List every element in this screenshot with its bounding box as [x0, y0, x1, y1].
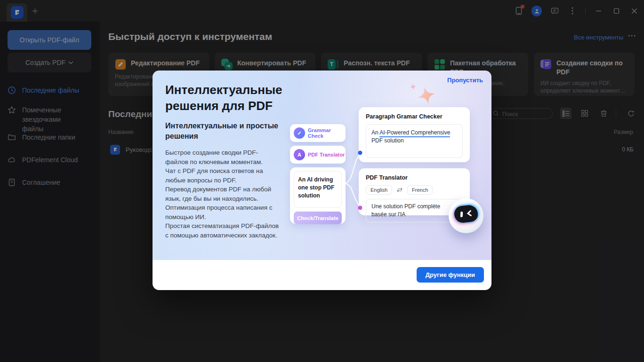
sparkle-icon — [417, 86, 436, 105]
sparkle-small-icon — [410, 83, 417, 90]
sample-text-before: An — [371, 129, 379, 136]
language-to[interactable]: French — [407, 185, 433, 195]
grammar-checker-sample: An AI-Powered Comprehensive PDF solution — [366, 124, 463, 158]
modal-bullet: Перевод документов PDF на любой язык, гд… — [165, 185, 280, 203]
pdf-translator-icon: A — [294, 149, 305, 160]
sample-text-underlined: AI-Powered Comprehensive — [379, 129, 450, 137]
modal-bullet: Быстрое создание сводки PDF-файлов по кл… — [165, 148, 280, 166]
robot-visor — [453, 204, 478, 223]
translator-title: PDF Translator — [366, 174, 463, 181]
modal-subtitle: Интеллектуальные и простые решения — [165, 121, 282, 142]
ai-robot-mascot — [449, 198, 483, 233]
pdf-translator-chip: A PDF Translator — [290, 146, 346, 164]
connector-lines — [340, 148, 365, 214]
check-translate-button[interactable]: Check/Translate — [294, 212, 342, 224]
more-functions-button[interactable]: Другие функции — [417, 267, 484, 283]
robot-eye-chevron-icon — [466, 210, 472, 217]
modal-bullet: Простая систематизация PDF-файлов с помо… — [165, 221, 280, 240]
translator-sample: Une solution PDF complète basée sur l'IA — [366, 199, 463, 222]
ai-solution-card: An AI driving one stop PDF solution Chec… — [290, 167, 346, 224]
robot-eye-icon — [460, 212, 463, 217]
app-window: Открыть PDF-файл Создать PDF Последние ф… — [0, 0, 644, 362]
modal-title: Интеллектуальные решения для PDF — [165, 82, 282, 114]
connector-dot-pink — [358, 206, 362, 210]
grammar-checker-title: Paragraph Gramar Checker — [366, 113, 463, 120]
swap-languages-icon — [396, 188, 403, 192]
promo-modal: Пропустить Интеллектуальные решения для … — [153, 71, 491, 290]
connector-dot-blue — [358, 151, 362, 155]
modal-bullet-list: Быстрое создание сводки PDF-файлов по кл… — [165, 148, 280, 240]
modal-bullet: Оптимизация процесса написания с помощью… — [165, 203, 280, 221]
pdf-translator-label: PDF Translator — [308, 152, 345, 157]
grammar-check-label: Grammar Check — [308, 127, 346, 139]
skip-link[interactable]: Пропустить — [447, 77, 483, 84]
grammar-check-chip: ✓ Grammar Check — [290, 124, 346, 142]
language-from[interactable]: English — [366, 185, 392, 195]
modal-footer: Другие функции — [153, 260, 491, 290]
modal-bullet: Чат с PDF для поиска ответов на любые во… — [165, 166, 280, 185]
grammar-check-icon: ✓ — [294, 127, 305, 139]
grammar-checker-card: Paragraph Gramar Checker An AI-Powered C… — [359, 107, 470, 162]
ai-solution-text: An AI driving one stop PDF solution — [294, 171, 342, 208]
promo-hero: Пропустить Интеллектуальные решения для … — [153, 71, 491, 260]
sample-text-after: PDF solution — [371, 137, 404, 144]
language-row: English French — [366, 185, 463, 195]
